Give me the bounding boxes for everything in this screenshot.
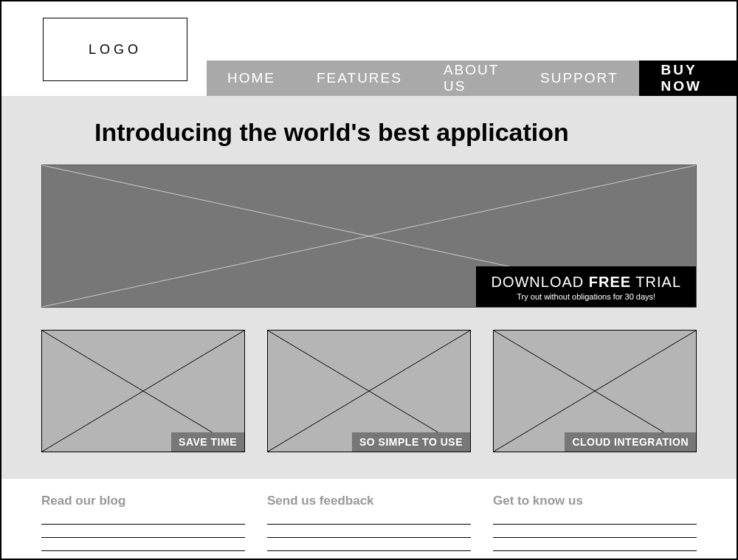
nav-home[interactable]: HOME — [207, 61, 296, 96]
feature-label: CLOUD INTEGRATION — [565, 432, 696, 452]
column-feedback: Send us feedback — [267, 494, 471, 557]
nav: HOME FEATURES ABOUT US SUPPORT BUY NOW — [207, 61, 737, 96]
download-trial-button[interactable]: DOWNLOAD FREE TRIAL Try out without obli… — [476, 266, 696, 307]
text-line — [41, 530, 245, 538]
logo-text: LOGO — [89, 42, 142, 58]
download-cta-title: DOWNLOAD FREE TRIAL — [491, 274, 681, 291]
text-line — [267, 544, 471, 551]
text-line — [267, 530, 471, 538]
footer-columns: Read our blog Send us feedback Get to kn… — [1, 479, 737, 557]
text-line — [493, 517, 697, 525]
features-row: SAVE TIME SO SIMPLE TO USE CLOUD INTEGRA… — [41, 330, 697, 452]
nav-support[interactable]: SUPPORT — [520, 61, 639, 96]
hero-image-placeholder: DOWNLOAD FREE TRIAL Try out without obli… — [41, 165, 697, 308]
header: LOGO HOME FEATURES ABOUT US SUPPORT BUY … — [1, 1, 737, 96]
text-line — [493, 544, 697, 551]
download-cta-sub: Try out without obligations for 30 days! — [491, 292, 681, 301]
logo-area: LOGO — [1, 1, 207, 96]
feature-save-time[interactable]: SAVE TIME — [41, 330, 245, 452]
headline: Introducing the world's best application — [94, 118, 697, 147]
logo[interactable]: LOGO — [43, 18, 187, 81]
feature-simple[interactable]: SO SIMPLE TO USE — [267, 330, 471, 452]
cta-strong: FREE — [589, 274, 631, 290]
cta-prefix: DOWNLOAD — [491, 274, 588, 290]
text-line — [493, 530, 697, 538]
cta-suffix: TRIAL — [631, 274, 681, 290]
nav-about-us[interactable]: ABOUT US — [423, 61, 520, 96]
column-know-us: Get to know us — [493, 494, 697, 557]
feature-label: SO SIMPLE TO USE — [352, 432, 470, 452]
text-line — [41, 544, 245, 551]
nav-features[interactable]: FEATURES — [296, 61, 423, 96]
column-title[interactable]: Read our blog — [41, 494, 245, 508]
column-blog: Read our blog — [41, 494, 245, 557]
nav-buy-now[interactable]: BUY NOW — [639, 61, 737, 96]
column-title[interactable]: Get to know us — [493, 494, 697, 508]
hero-section: Introducing the world's best application… — [1, 96, 737, 479]
text-line — [267, 517, 471, 525]
column-title[interactable]: Send us feedback — [267, 494, 471, 508]
feature-cloud[interactable]: CLOUD INTEGRATION — [493, 330, 697, 452]
feature-label: SAVE TIME — [171, 432, 244, 452]
text-line — [41, 517, 245, 525]
